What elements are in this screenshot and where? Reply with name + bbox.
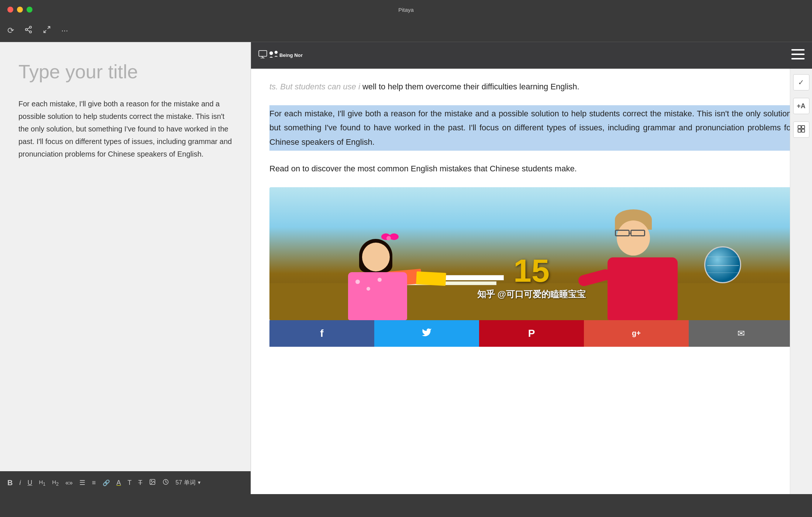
hamburger-menu-button[interactable] — [791, 49, 805, 62]
close-button[interactable] — [7, 7, 13, 13]
svg-line-6 — [44, 30, 46, 32]
svg-rect-21 — [798, 129, 801, 132]
svg-point-14 — [275, 51, 278, 54]
svg-point-1 — [25, 28, 28, 31]
svg-line-4 — [27, 27, 30, 29]
email-share-button[interactable]: ✉ — [689, 320, 794, 347]
bold-button[interactable]: B — [7, 479, 13, 487]
highlighted-paragraph: For each mistake, I'll give both a reaso… — [269, 105, 794, 151]
svg-point-8 — [151, 480, 152, 481]
below-paragraph: Read on to discover the most common Engl… — [269, 162, 794, 176]
refresh-icon[interactable]: ⟳ — [7, 26, 14, 35]
svg-rect-19 — [798, 126, 801, 129]
right-sidebar: ✓ +A — [790, 69, 812, 494]
check-action-button[interactable]: ✓ — [793, 74, 809, 90]
twitter-icon — [422, 327, 432, 340]
editor-title[interactable]: Type your title — [18, 61, 232, 83]
googleplus-share-button[interactable]: g+ — [584, 320, 689, 347]
top-text-continuation: well to help them overcome their difficu… — [362, 82, 579, 91]
image-button[interactable] — [149, 479, 156, 487]
email-icon: ✉ — [737, 328, 745, 339]
top-text-truncated: ts. But students can use i — [269, 82, 360, 91]
highlight-button[interactable]: A — [117, 479, 121, 487]
share-icon[interactable] — [24, 25, 32, 36]
googleplus-icon: g+ — [632, 329, 641, 338]
plus-icon: +A — [797, 102, 806, 110]
svg-rect-20 — [802, 126, 805, 129]
underline-button[interactable]: U — [27, 479, 32, 487]
link-button[interactable]: 🔗 — [103, 479, 110, 486]
svg-rect-18 — [791, 58, 805, 59]
svg-point-13 — [269, 51, 273, 55]
svg-rect-10 — [259, 51, 267, 57]
fullscreen-icon[interactable] — [43, 25, 51, 36]
svg-text:Being Nomad: Being Nomad — [279, 52, 303, 58]
plus-action-button[interactable]: +A — [793, 98, 809, 114]
editor-panel: Type your title For each mistake, I'll g… — [0, 42, 251, 494]
grid-icon — [797, 125, 805, 135]
check-icon: ✓ — [798, 78, 804, 87]
font-button[interactable]: T — [128, 479, 132, 487]
list-ul-button[interactable]: ☰ — [79, 479, 85, 487]
pinterest-icon: P — [528, 328, 535, 339]
svg-rect-17 — [791, 54, 805, 55]
main-area: Type your title For each mistake, I'll g… — [0, 42, 812, 494]
svg-line-3 — [27, 30, 30, 31]
facebook-icon: f — [320, 328, 323, 339]
web-panel: Being Nomad ts. But students can use i w… — [251, 42, 812, 494]
image-watermark: 知乎 @可口可爱的瞌睡宝宝 — [477, 288, 586, 300]
grid-action-button[interactable] — [793, 121, 809, 138]
web-content[interactable]: For each mistake, I'll give both a reaso… — [251, 94, 812, 494]
article-image: 15 知乎 @可口可爱的瞌睡宝宝 — [269, 187, 794, 320]
more-icon[interactable]: ··· — [61, 26, 68, 35]
editor-content[interactable]: For each mistake, I'll give both a reaso… — [18, 97, 232, 160]
svg-point-2 — [30, 31, 32, 33]
brand-logo-icon: Being Nomad — [258, 46, 303, 65]
social-share-bar: f P g+ — [269, 320, 794, 347]
top-text-area: ts. But students can use i well to help … — [251, 69, 812, 94]
svg-line-5 — [48, 26, 50, 28]
web-header: Being Nomad — [251, 42, 812, 69]
quote-button[interactable]: «» — [65, 479, 73, 487]
word-count[interactable]: 57 单词 ▼ — [176, 479, 202, 487]
maximize-button[interactable] — [27, 7, 32, 13]
traffic-lights — [7, 7, 32, 13]
twitter-share-button[interactable] — [374, 320, 479, 347]
main-toolbar: ⟳ ··· — [0, 19, 812, 42]
facebook-share-button[interactable]: f — [269, 320, 374, 347]
time-button[interactable] — [162, 479, 169, 487]
bottom-toolbar: B i U H1 H2 «» ☰ ≡ 🔗 A T T — [0, 471, 251, 494]
svg-rect-16 — [791, 49, 805, 51]
image-number: 15 — [513, 254, 550, 287]
minimize-button[interactable] — [17, 7, 23, 13]
h2-button[interactable]: H2 — [52, 479, 59, 487]
title-bar: Pitaya — [0, 0, 812, 19]
article-image-container: 15 知乎 @可口可爱的瞌睡宝宝 f — [269, 187, 794, 347]
app-title: Pitaya — [398, 7, 414, 13]
svg-point-0 — [30, 26, 32, 28]
strikethrough-button[interactable]: T — [138, 479, 142, 487]
pinterest-share-button[interactable]: P — [479, 320, 584, 347]
list-ol-button[interactable]: ≡ — [92, 479, 96, 487]
italic-button[interactable]: i — [19, 479, 21, 487]
h1-button[interactable]: H1 — [39, 479, 45, 487]
brand-logo: Being Nomad — [258, 46, 303, 65]
svg-rect-22 — [802, 129, 805, 132]
